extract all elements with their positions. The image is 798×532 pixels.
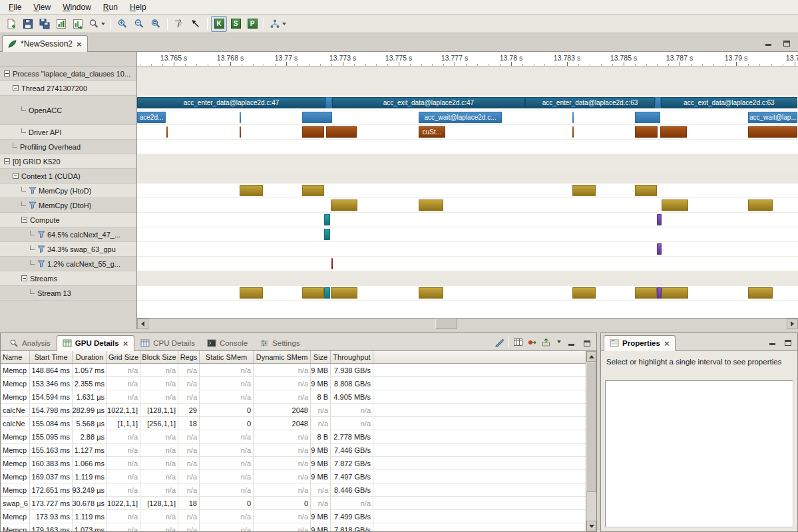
toggle-process-button[interactable]: P — [244, 16, 260, 32]
tree-item-openacc[interactable]: OpenACC — [0, 96, 136, 125]
menu-window[interactable]: Window — [57, 1, 97, 14]
tree-item-64-5-calcnext-47[interactable]: 64.5% calcNext_47_... — [0, 227, 136, 242]
collapse-icon[interactable] — [4, 70, 10, 76]
table-row[interactable]: Memcp173.93 ms1.119 msn/an/an/an/an/a9 M… — [1, 510, 586, 523]
toggle-stream-button[interactable]: S — [228, 16, 244, 32]
column-grid-size[interactable]: Grid Size — [107, 351, 140, 363]
tab-gpu-details[interactable]: GPU Details× — [57, 335, 134, 351]
table-row[interactable]: Memcp154.594 ms1.631 µsn/an/an/an/an/a8 … — [1, 390, 586, 404]
table-row[interactable]: Memcp160.383 ms1.066 msn/an/an/an/an/a9 … — [1, 457, 586, 470]
interval-memcpy-htod[interactable] — [572, 185, 596, 196]
filter-icon[interactable] — [29, 187, 37, 194]
interval-openacc-sub[interactable]: ace2d... — [137, 112, 166, 123]
interval-driver-api[interactable] — [302, 126, 324, 138]
search-caret-icon[interactable] — [101, 23, 105, 25]
tree-item-profiling-overhead[interactable]: Profiling Overhead — [0, 140, 136, 154]
interval-stream-13[interactable] — [324, 287, 330, 299]
tree-item-driver-api[interactable]: Driver API — [0, 125, 136, 140]
scroll-right-button[interactable] — [787, 319, 798, 329]
table-row[interactable]: calcNe155.084 ms5.568 µs[1,1,1][256,1,1]… — [1, 417, 586, 430]
collapse-icon[interactable] — [21, 275, 27, 281]
interval-memcpy-dtoh[interactable] — [662, 200, 688, 211]
view-menu-caret-icon[interactable] — [557, 340, 561, 343]
tab-properties[interactable]: Properties × — [604, 335, 676, 351]
search-button[interactable] — [87, 16, 107, 32]
minimize-details-button[interactable] — [565, 337, 577, 347]
properties-tab-close-icon[interactable]: × — [664, 339, 670, 348]
toggle-kernel-button[interactable]: K — [211, 16, 227, 32]
table-row[interactable]: Memcp148.864 ms1.057 msn/an/an/an/an/a9 … — [1, 364, 586, 377]
interval-stream-13[interactable] — [419, 287, 443, 299]
interval-openacc-sub[interactable]: acc_wait@laplace2d.c... — [419, 112, 502, 123]
column-regs[interactable]: Regs — [178, 351, 200, 363]
tab-settings[interactable]: Settings — [254, 335, 306, 351]
tree-item-streams[interactable]: Streams — [0, 271, 136, 286]
interval-memcpy-htod[interactable] — [240, 185, 263, 196]
table-vscrollbar[interactable] — [586, 351, 596, 531]
column-static-smem[interactable]: Static SMem — [200, 351, 254, 363]
interval-memcpy-dtoh[interactable] — [331, 200, 357, 211]
filter-icon[interactable] — [37, 245, 45, 253]
menu-help[interactable]: Help — [124, 1, 152, 14]
table-row[interactable]: Memcp155.163 ms1.127 msn/an/an/an/an/a9 … — [1, 444, 586, 457]
table-row[interactable]: calcNe154.798 ms282.99 µs[1022,1,1][128,… — [1, 404, 586, 417]
interval-stream-13[interactable] — [748, 287, 773, 299]
tree-item-stream-13[interactable]: Stream 13 — [0, 286, 136, 301]
minimize-editor-button[interactable] — [762, 37, 774, 47]
tree-item-context-1-cuda[interactable]: Context 1 (CUDA) — [0, 169, 136, 184]
interval-driver-api[interactable] — [748, 126, 797, 138]
new-session-button[interactable] — [3, 16, 19, 32]
interval-openacc-sub[interactable] — [635, 112, 660, 123]
table-row[interactable]: Memcp153.346 ms2.355 msn/an/an/an/an/a9 … — [1, 377, 586, 390]
interval-driver-api[interactable] — [572, 126, 574, 138]
interval-driver-api[interactable]: cuSt... — [419, 126, 445, 138]
interval-compute[interactable] — [657, 214, 662, 225]
tab-cpu-details[interactable]: CPU Details — [134, 335, 201, 351]
edit-metrics-icon[interactable] — [495, 337, 504, 347]
hscroll-track[interactable] — [148, 319, 787, 329]
filter-icon[interactable] — [37, 260, 45, 267]
tree-item-memcpy-dtoh[interactable]: MemCpy (DtoH) — [0, 198, 136, 213]
export-profile-button[interactable] — [70, 16, 86, 32]
interval-stream-13[interactable] — [302, 287, 324, 299]
filter-icon[interactable] — [37, 231, 45, 238]
maximize-properties-button[interactable] — [782, 336, 794, 346]
column-block-size[interactable]: Block Size — [140, 351, 178, 363]
interval-openacc-sub[interactable] — [572, 112, 574, 123]
column-dynamic-smem[interactable]: Dynamic SMem — [254, 351, 311, 363]
scroll-up-button[interactable] — [586, 351, 596, 362]
menu-file[interactable]: File — [3, 1, 27, 14]
maximize-editor-button[interactable] — [781, 37, 793, 47]
table-row[interactable]: Memcp169.037 ms1.119 msn/an/an/an/an/a9 … — [1, 470, 586, 483]
maximize-details-button[interactable] — [581, 337, 593, 347]
scroll-down-button[interactable] — [586, 521, 596, 531]
interval-openacc-sub[interactable] — [302, 112, 332, 123]
column-filler[interactable] — [373, 351, 586, 363]
prev-marker-button[interactable] — [188, 16, 204, 32]
interval-kernel-swap63[interactable] — [657, 243, 662, 255]
column-size[interactable]: Size — [311, 351, 331, 363]
column-name[interactable]: Name — [1, 351, 30, 363]
tree-item-process-laplace-data-clauses-10[interactable]: Process "laplace_data_clauses 10... — [0, 66, 136, 81]
interval-openacc-top[interactable]: acc_exit_data@laplace2d.c:63 — [661, 97, 797, 108]
interval-kernel-calcnext47[interactable] — [324, 229, 330, 240]
column-throughput[interactable]: Throughput — [331, 351, 373, 363]
interval-openacc-top[interactable] — [325, 97, 332, 108]
interval-driver-api[interactable] — [166, 126, 168, 138]
tab-close-icon[interactable]: × — [122, 339, 129, 348]
collapse-icon[interactable] — [13, 85, 19, 91]
menu-run[interactable]: Run — [97, 1, 124, 14]
interval-driver-api[interactable] — [660, 126, 687, 138]
filter-icon[interactable] — [29, 201, 37, 209]
interval-openacc-sub[interactable]: acc_wait@lap... — [748, 112, 797, 123]
run-analysis-button[interactable] — [268, 16, 288, 32]
table-row[interactable]: Memcp179.163 ms1.073 msn/an/an/an/an/a9 … — [1, 523, 586, 531]
tree-item-thread-2741307200[interactable]: Thread 2741307200 — [0, 81, 136, 96]
table-row[interactable]: Memcp172.651 ms93.249 µsn/an/an/an/an/an… — [1, 483, 586, 497]
interval-stream-13[interactable] — [657, 287, 662, 299]
collapse-icon[interactable] — [13, 173, 19, 179]
interval-stream-13[interactable] — [240, 287, 263, 299]
interval-memcpy-dtoh[interactable] — [419, 200, 443, 211]
column-start-time[interactable]: Start Time — [30, 351, 73, 363]
zoom-in-button[interactable] — [114, 16, 130, 32]
